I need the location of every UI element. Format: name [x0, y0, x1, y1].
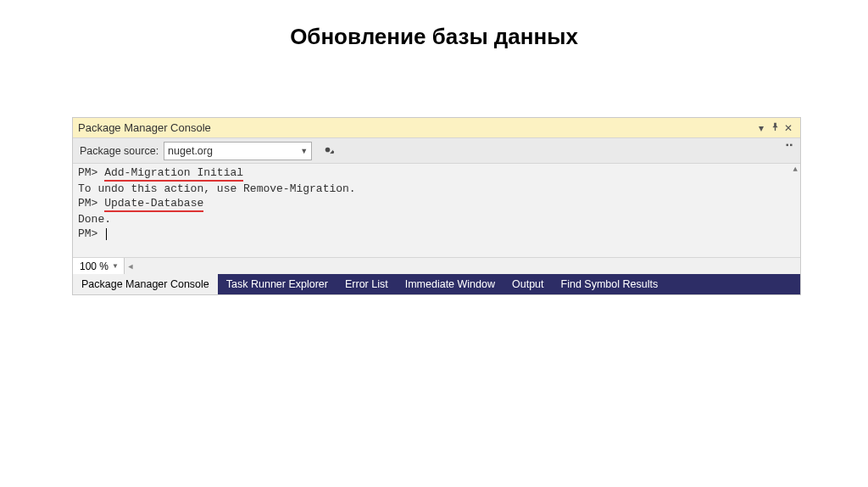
console-line: PM> Update-Database: [78, 196, 795, 212]
package-source-label: Package source:: [80, 145, 159, 157]
panel-toolbar: Package source: nuget.org ▼ ▪▪: [73, 138, 800, 164]
pin-icon[interactable]: [768, 122, 782, 134]
tab-immediate-window[interactable]: Immediate Window: [397, 274, 504, 294]
tab-find-symbol-results[interactable]: Find Symbol Results: [553, 274, 667, 294]
chevron-down-icon: ▼: [112, 262, 119, 270]
package-source-value: nuget.org: [168, 145, 213, 157]
tab-task-runner-explorer[interactable]: Task Runner Explorer: [218, 274, 337, 294]
zoom-value: 100 %: [80, 260, 108, 272]
console-line: Done.: [78, 212, 795, 227]
text-caret: [106, 228, 107, 240]
zoom-bar: 100 % ▼ ◄: [73, 257, 800, 274]
close-icon[interactable]: ✕: [782, 122, 795, 134]
console-output[interactable]: ▲ PM> Add-Migration Initial To undo this…: [73, 164, 800, 257]
hscroll-left-icon[interactable]: ◄: [125, 262, 136, 271]
console-prompt-line[interactable]: PM>: [78, 227, 795, 241]
panel-titlebar: Package Manager Console ▾ ✕: [73, 118, 800, 138]
settings-button[interactable]: [317, 141, 337, 161]
bottom-tabstrip: Package Manager Console Task Runner Expl…: [73, 274, 800, 294]
package-manager-console-panel: Package Manager Console ▾ ✕ Package sour…: [72, 117, 801, 295]
gear-icon: [321, 143, 334, 159]
package-source-select[interactable]: nuget.org ▼: [164, 142, 312, 160]
toolbar-overflow-icon[interactable]: ▪▪: [786, 140, 793, 149]
console-line: PM> Add-Migration Initial: [78, 165, 795, 182]
console-line: To undo this action, use Remove-Migratio…: [78, 182, 795, 196]
panel-title: Package Manager Console: [78, 121, 754, 134]
zoom-select[interactable]: 100 % ▼: [73, 258, 125, 274]
scroll-up-icon[interactable]: ▲: [793, 165, 798, 174]
page-title: Обновление базы данных: [0, 24, 868, 50]
window-menu-icon[interactable]: ▾: [754, 122, 768, 134]
tab-error-list[interactable]: Error List: [337, 274, 397, 294]
tab-package-manager-console[interactable]: Package Manager Console: [73, 274, 218, 294]
chevron-down-icon: ▼: [300, 147, 308, 155]
tab-output[interactable]: Output: [504, 274, 553, 294]
